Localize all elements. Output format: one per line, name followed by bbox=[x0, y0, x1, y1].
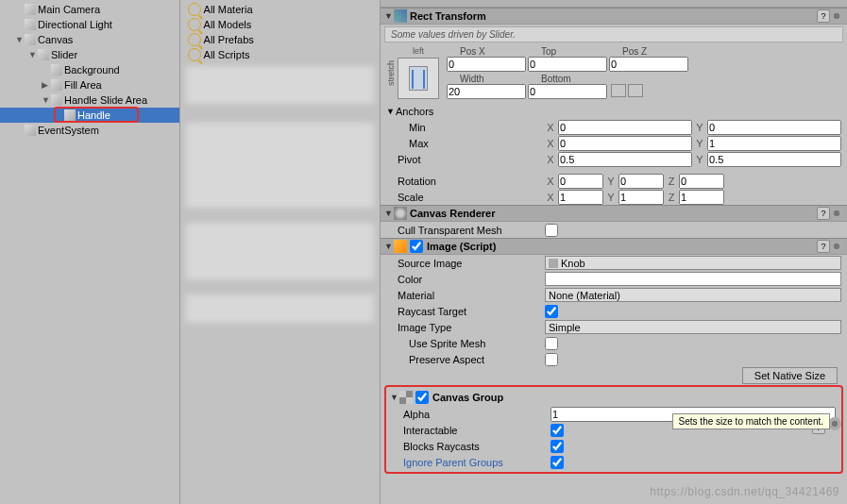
gear-icon[interactable] bbox=[828, 417, 841, 430]
gameobject-icon bbox=[38, 49, 49, 60]
gear-icon[interactable] bbox=[830, 240, 843, 253]
gameobject-icon bbox=[64, 109, 76, 121]
inspector-panel: ▼ Rect Transform ? Some values driven by… bbox=[381, 0, 847, 504]
pivot-x[interactable] bbox=[558, 152, 692, 167]
hierarchy-item-background[interactable]: Background bbox=[0, 62, 179, 77]
watermark: https://blog.csdn.net/qq_34421469 bbox=[650, 485, 839, 498]
gameobject-icon bbox=[25, 19, 36, 30]
color-field[interactable] bbox=[545, 272, 841, 286]
canvas-group-enabled-checkbox[interactable] bbox=[415, 391, 429, 404]
hierarchy-item-handle-slide-area[interactable]: ▼Handle Slide Area bbox=[0, 92, 179, 108]
foldout-icon[interactable]: ▼ bbox=[390, 393, 399, 402]
project-filter-prefabs[interactable]: All Prefabs bbox=[180, 32, 380, 47]
hierarchy-panel: Main Camera Directional Light ▼Canvas ▼S… bbox=[0, 0, 180, 504]
ignore-parent-groups-checkbox[interactable] bbox=[551, 456, 564, 469]
hierarchy-item-main-camera[interactable]: Main Camera bbox=[0, 2, 179, 17]
rotation-z[interactable] bbox=[679, 174, 724, 189]
top-field[interactable] bbox=[528, 57, 607, 72]
foldout-icon[interactable]: ▼ bbox=[15, 35, 25, 44]
search-icon bbox=[188, 18, 201, 31]
help-icon[interactable]: ? bbox=[817, 9, 830, 23]
gameobject-icon bbox=[51, 79, 62, 91]
scale-x[interactable] bbox=[558, 190, 603, 205]
stretch-label: stretch bbox=[386, 60, 396, 86]
hierarchy-item-slider[interactable]: ▼Slider bbox=[0, 47, 179, 62]
cull-transparent-checkbox[interactable] bbox=[545, 224, 558, 237]
foldout-icon[interactable]: ▼ bbox=[28, 50, 38, 59]
gameobject-icon bbox=[25, 125, 36, 136]
rotation-x[interactable] bbox=[558, 174, 603, 189]
rotation-y[interactable] bbox=[618, 174, 664, 189]
image-icon bbox=[394, 240, 407, 253]
canvas-renderer-header[interactable]: ▼ Canvas Renderer ? bbox=[381, 205, 847, 222]
project-filter-scripts[interactable]: All Scripts bbox=[180, 47, 380, 62]
raycast-target-checkbox[interactable] bbox=[545, 305, 558, 318]
pos-z-field[interactable] bbox=[609, 57, 688, 72]
anchor-presets-button[interactable] bbox=[398, 58, 439, 99]
anchor-min-y[interactable] bbox=[707, 120, 841, 135]
help-icon[interactable]: ? bbox=[817, 207, 830, 220]
image-component-header[interactable]: ▼ Image (Script) ? bbox=[381, 238, 847, 255]
hierarchy-item-directional-light[interactable]: Directional Light bbox=[0, 17, 179, 32]
tooltip: Sets the size to match the content. bbox=[672, 413, 830, 429]
pos-x-field[interactable] bbox=[447, 57, 526, 72]
hierarchy-item-eventsystem[interactable]: EventSystem bbox=[0, 123, 179, 138]
gameobject-icon bbox=[51, 64, 62, 76]
help-icon[interactable]: ? bbox=[817, 240, 830, 253]
foldout-icon[interactable]: ▼ bbox=[384, 11, 394, 21]
anchor-max-y[interactable] bbox=[707, 136, 841, 151]
hierarchy-item-fill-area[interactable]: ▶Fill Area bbox=[0, 77, 179, 92]
foldout-icon[interactable]: ▼ bbox=[384, 242, 394, 251]
material-field[interactable]: None (Material) bbox=[545, 288, 841, 302]
foldout-icon[interactable]: ▼ bbox=[386, 107, 396, 116]
image-enabled-checkbox[interactable] bbox=[410, 240, 423, 253]
foldout-icon[interactable]: ▶ bbox=[42, 80, 51, 90]
pivot-y[interactable] bbox=[707, 152, 841, 167]
image-type-dropdown[interactable]: Simple bbox=[545, 320, 841, 334]
foldout-icon[interactable]: ▼ bbox=[42, 95, 51, 105]
search-icon bbox=[188, 3, 201, 16]
scale-y[interactable] bbox=[618, 190, 664, 205]
hierarchy-item-handle[interactable]: Handle bbox=[0, 108, 179, 123]
use-sprite-mesh-checkbox[interactable] bbox=[545, 337, 558, 350]
search-icon bbox=[188, 33, 201, 46]
search-icon bbox=[188, 48, 201, 61]
anchor-min-x[interactable] bbox=[558, 120, 692, 135]
hierarchy-item-canvas[interactable]: ▼Canvas bbox=[0, 32, 179, 47]
gameobject-icon bbox=[51, 94, 62, 106]
blurred-content bbox=[186, 123, 374, 208]
canvas-group-icon bbox=[399, 391, 413, 404]
preserve-aspect-checkbox[interactable] bbox=[545, 353, 558, 366]
gameobject-icon bbox=[25, 34, 36, 45]
source-image-field[interactable]: Knob bbox=[545, 256, 841, 270]
gameobject-icon bbox=[25, 4, 36, 15]
rect-driven-note: Some values driven by Slider. bbox=[384, 26, 843, 42]
rect-transform-icon bbox=[394, 9, 407, 23]
project-filter-models[interactable]: All Models bbox=[180, 17, 380, 32]
canvas-group-header[interactable]: ▼ Canvas Group bbox=[386, 389, 841, 406]
set-native-size-button[interactable]: Set Native Size bbox=[742, 367, 838, 384]
canvas-renderer-icon bbox=[394, 207, 407, 220]
raw-edit-button[interactable] bbox=[628, 84, 643, 97]
blurred-content bbox=[186, 66, 374, 104]
anchor-max-x[interactable] bbox=[558, 136, 692, 151]
gear-icon[interactable] bbox=[830, 207, 843, 220]
blurred-content bbox=[186, 294, 374, 323]
width-field[interactable] bbox=[447, 84, 526, 99]
project-filter-materials[interactable]: All Materia bbox=[180, 2, 380, 17]
blocks-raycasts-checkbox[interactable] bbox=[551, 440, 564, 453]
gear-icon[interactable] bbox=[830, 9, 843, 23]
bottom-field[interactable] bbox=[528, 84, 607, 99]
canvas-group-highlight: ▼ Canvas Group Alpha Interactable Blocks… bbox=[384, 385, 843, 474]
interactable-checkbox[interactable] bbox=[551, 424, 564, 437]
blurred-content bbox=[186, 223, 374, 279]
foldout-icon[interactable]: ▼ bbox=[384, 209, 394, 218]
sprite-icon bbox=[549, 259, 558, 268]
rect-transform-header[interactable]: ▼ Rect Transform ? bbox=[381, 8, 847, 25]
project-panel: All Materia All Models All Prefabs All S… bbox=[180, 0, 381, 504]
blueprint-mode-button[interactable] bbox=[611, 84, 626, 97]
scale-z[interactable] bbox=[679, 190, 724, 205]
